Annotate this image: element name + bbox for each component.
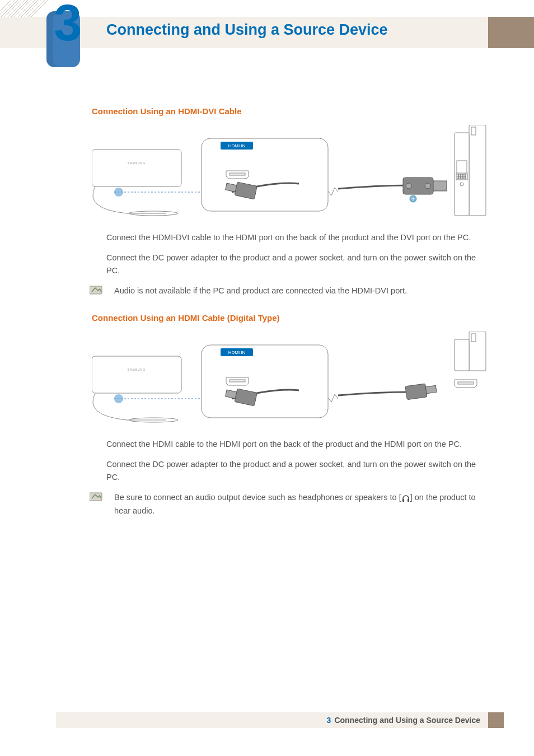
diagram-hdmi-dvi: SAMSUNG HDMI IN: [92, 125, 487, 220]
svg-rect-16: [202, 138, 328, 211]
svg-rect-53: [229, 380, 245, 382]
svg-point-39: [460, 176, 461, 177]
svg-rect-51: [202, 345, 328, 418]
step-text: Connect the DC power adapter to the prod…: [106, 251, 488, 277]
svg-point-35: [460, 174, 461, 175]
step-text: Connect the HDMI cable to the HDMI port …: [106, 438, 488, 450]
note-icon: [90, 492, 102, 501]
svg-point-41: [465, 176, 466, 177]
chapter-number: 3: [54, 0, 82, 52]
svg-rect-57: [425, 385, 436, 393]
svg-rect-30: [471, 127, 476, 135]
section-heading-hdmi: Connection Using an HDMI Cable (Digital …: [92, 313, 488, 323]
footer-chapter-title: Connecting and Using a Source Device: [334, 716, 480, 725]
svg-rect-56: [405, 384, 427, 400]
svg-point-22: [406, 183, 411, 189]
header-banner-accent: [488, 17, 534, 48]
note-text: Audio is not available if the PC and pro…: [114, 284, 488, 297]
note-icon: [90, 285, 102, 294]
svg-point-15: [114, 188, 123, 197]
svg-line-7: [18, 0, 35, 17]
svg-point-45: [465, 178, 466, 179]
diagram-hdmi: SAMSUNG HDMI IN: [92, 332, 487, 427]
headphones-icon: [401, 492, 410, 504]
footer-bar: 3 Connecting and Using a Source Device: [56, 712, 488, 728]
svg-rect-18: [229, 173, 245, 175]
svg-line-6: [15, 0, 31, 17]
svg-rect-61: [471, 334, 476, 342]
svg-rect-58: [458, 382, 474, 384]
svg-point-50: [114, 394, 123, 403]
svg-point-43: [460, 178, 461, 179]
svg-point-44: [462, 178, 463, 179]
svg-point-23: [425, 183, 430, 189]
note-text-a: Be sure to connect an audio output devic…: [114, 493, 401, 502]
svg-rect-28: [469, 125, 486, 216]
svg-line-5: [11, 0, 28, 17]
svg-line-4: [8, 0, 25, 17]
port-label: HDMI IN: [228, 143, 246, 148]
svg-rect-24: [433, 181, 447, 191]
svg-text:SAMSUNG: SAMSUNG: [128, 368, 146, 371]
svg-rect-63: [402, 499, 404, 502]
port-label: HDMI IN: [228, 350, 246, 355]
svg-line-10: [28, 0, 45, 17]
svg-line-8: [21, 0, 38, 17]
svg-point-37: [465, 174, 466, 175]
svg-line-2: [1, 0, 18, 17]
svg-rect-60: [455, 339, 469, 371]
footer-chapter-number: 3: [327, 716, 331, 725]
svg-point-34: [458, 174, 459, 175]
note-text: Be sure to connect an audio output devic…: [114, 491, 488, 517]
svg-text:SAMSUNG: SAMSUNG: [128, 161, 146, 165]
step-text: Connect the HDMI-DVI cable to the HDMI p…: [106, 231, 488, 244]
header-hatch-pattern: [0, 0, 50, 17]
section-heading-hdmi-dvi: Connection Using an HDMI-DVI Cable: [92, 106, 488, 116]
step-text: Connect the DC power adapter to the prod…: [106, 458, 488, 483]
svg-rect-64: [407, 499, 409, 502]
svg-line-9: [25, 0, 41, 17]
svg-point-32: [460, 183, 463, 186]
footer-accent: [488, 712, 504, 728]
svg-point-36: [462, 174, 463, 175]
svg-point-38: [458, 176, 459, 177]
svg-point-40: [462, 176, 463, 177]
svg-point-42: [458, 178, 459, 179]
svg-line-3: [4, 0, 21, 17]
svg-line-11: [31, 0, 48, 17]
chapter-title: Connecting and Using a Source Device: [106, 21, 388, 39]
